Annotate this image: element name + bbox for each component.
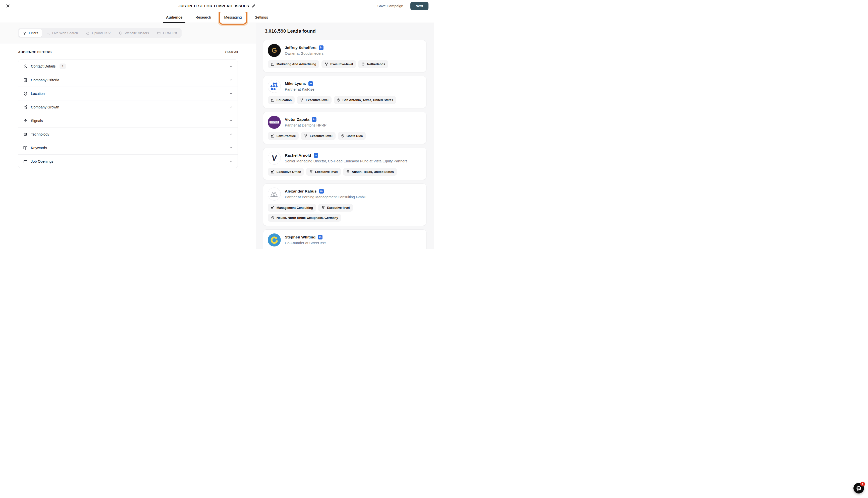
tag-label: Management Consulting	[276, 206, 313, 210]
chevron-down-icon	[229, 119, 233, 122]
tab-research-label: Research	[195, 15, 211, 19]
audience-filters-section: AUDIENCE FILTERS Clear All Contact Detai…	[0, 43, 256, 168]
lead-card[interactable]: DENTONS Victor Zapata in Partner at Dent…	[263, 112, 426, 144]
industry-icon	[271, 134, 274, 138]
funnel-icon	[23, 31, 27, 35]
lead-attribute-tag: Executive-level	[306, 168, 340, 176]
lead-attribute-tag: Netherlands	[358, 60, 388, 68]
tag-label: Marketing And Advertising	[276, 63, 316, 66]
save-campaign-button[interactable]: Save Campaign	[377, 4, 403, 8]
filter-row[interactable]: Company Growth	[18, 100, 237, 114]
tab-settings[interactable]: Settings	[254, 12, 269, 23]
filter-row[interactable]: Job Openings	[18, 154, 237, 168]
pin-icon	[361, 62, 365, 66]
tab-audience[interactable]: Audience	[165, 12, 183, 23]
filter-label: Job Openings	[31, 159, 53, 163]
lead-card[interactable]: Stephen Whiting in Co-Founder at StreetT…	[263, 230, 426, 249]
lead-title: Partner at Dentons HPRP	[285, 123, 326, 127]
filter-row[interactable]: Technology	[18, 127, 237, 141]
filter-label: Technology	[31, 132, 49, 136]
filter-row[interactable]: Keywords	[18, 141, 237, 154]
lead-attribute-tag: Executive-level	[318, 204, 353, 212]
lead-name: Victor Zapata	[285, 117, 309, 122]
lead-name: Rachel Arnold	[285, 153, 311, 158]
linkedin-icon[interactable]: in	[318, 235, 323, 239]
filter-row[interactable]: Company Criteria	[18, 73, 237, 87]
tag-label: Neuss, North Rhine-westphalia, Germany	[276, 216, 338, 220]
lead-name: Jeffrey Scheffers	[285, 45, 316, 50]
lead-card[interactable]: G Jeffrey Scheffers in Owner at Goudsmed…	[263, 40, 426, 72]
tab-messaging[interactable]: Messaging	[223, 12, 242, 23]
page-title: JUSTIN TEST FOR TEMPLATE ISSUES	[179, 4, 249, 8]
campaign-builder-window: JUSTIN TEST FOR TEMPLATE ISSUES Save Cam…	[0, 0, 434, 249]
lead-title: Partner at Berning Management Consulting…	[285, 195, 366, 199]
lead-card[interactable]: Alexander Rabus in Partner at Berning Ma…	[263, 183, 426, 226]
segment-filters[interactable]: Filters	[19, 29, 42, 37]
linkedin-icon[interactable]: in	[319, 189, 324, 194]
linkedin-icon[interactable]: in	[319, 45, 324, 50]
pin-icon	[341, 134, 345, 138]
next-button[interactable]: Next	[410, 2, 428, 10]
lead-attribute-tag: Marketing And Advertising	[268, 60, 319, 68]
lead-title: Co-Founder at StreetText	[285, 241, 326, 245]
tag-label: Executive-level	[306, 99, 328, 102]
chevron-down-icon	[229, 159, 233, 163]
tab-research[interactable]: Research	[195, 12, 212, 23]
globe-icon	[119, 31, 122, 35]
filter-label: Company Growth	[31, 105, 59, 109]
close-button[interactable]	[5, 3, 10, 8]
lead-attribute-tag: San Antonio, Texas, United States	[334, 96, 396, 104]
filter-row[interactable]: Signals	[18, 114, 237, 127]
lead-name: Mike Lyons	[285, 81, 306, 86]
tag-label: Austin, Texas, United States	[352, 170, 394, 174]
company-avatar	[268, 187, 281, 200]
seniority-icon	[304, 134, 308, 138]
linkedin-icon[interactable]: in	[314, 153, 318, 158]
lead-card[interactable]: V Rachel Arnold in Senior Managing Direc…	[263, 148, 426, 180]
company-avatar: DENTONS	[268, 116, 281, 129]
lead-attribute-tag: Law Practice	[268, 132, 299, 140]
tab-audience-label: Audience	[166, 15, 182, 19]
tag-label: Netherlands	[367, 63, 385, 66]
segment-website-visitors[interactable]: Website Visitors	[115, 29, 153, 37]
tag-label: Education	[276, 99, 292, 102]
pin-icon	[23, 91, 28, 96]
lead-attribute-tag: Executive-level	[322, 60, 356, 68]
tag-label: Executive Office	[276, 170, 301, 174]
lead-attribute-tag: Management Consulting	[268, 204, 316, 212]
company-avatar	[268, 80, 281, 93]
tab-messaging-label: Messaging	[224, 15, 242, 19]
lead-card[interactable]: Mike Lyons in Partner at KaiRise Educati…	[263, 76, 426, 108]
tab-settings-label: Settings	[255, 15, 268, 19]
seniority-icon	[300, 98, 304, 102]
chevron-down-icon	[229, 65, 233, 68]
chevron-down-icon	[229, 105, 233, 109]
campaign-tabs: Audience Research Messaging Settings	[0, 12, 434, 23]
tag-label: Costa Rica	[347, 134, 363, 138]
lead-attribute-tag: Executive-level	[297, 96, 331, 104]
lead-source-toolbar: Filters Live Web Search Upload CSV Websi…	[0, 23, 256, 43]
filter-row[interactable]: Location	[18, 87, 237, 100]
title-group: JUSTIN TEST FOR TEMPLATE ISSUES	[179, 4, 256, 8]
lead-title: Partner at KaiRise	[285, 87, 314, 91]
linkedin-icon[interactable]: in	[312, 117, 316, 122]
industry-icon	[271, 98, 274, 102]
segment-crm-list[interactable]: CRM List	[153, 29, 181, 37]
filter-label: Company Criteria	[31, 78, 59, 82]
tag-label: Executive-level	[310, 134, 332, 138]
chevron-down-icon	[229, 78, 233, 82]
filter-row[interactable]: Contact Details 1	[18, 60, 237, 73]
filter-label: Keywords	[31, 146, 47, 150]
segment-live-web-search[interactable]: Live Web Search	[42, 29, 82, 37]
edit-title-icon[interactable]	[252, 4, 256, 8]
clear-all-button[interactable]: Clear All	[225, 50, 238, 54]
active-tab-underline	[163, 22, 185, 23]
segment-upload-csv[interactable]: Upload CSV	[82, 29, 114, 37]
tag-label: Executive-level	[330, 63, 353, 66]
filter-count-badge: 1	[60, 64, 66, 69]
leads-count: 3,016,590 Leads found	[265, 28, 426, 34]
audience-panel: Filters Live Web Search Upload CSV Websi…	[0, 23, 256, 249]
linkedin-icon[interactable]: in	[308, 81, 313, 86]
lead-attribute-tag: Austin, Texas, United States	[343, 168, 397, 176]
lead-title: Senior Managing Director, Co-Head Endeav…	[285, 159, 407, 163]
